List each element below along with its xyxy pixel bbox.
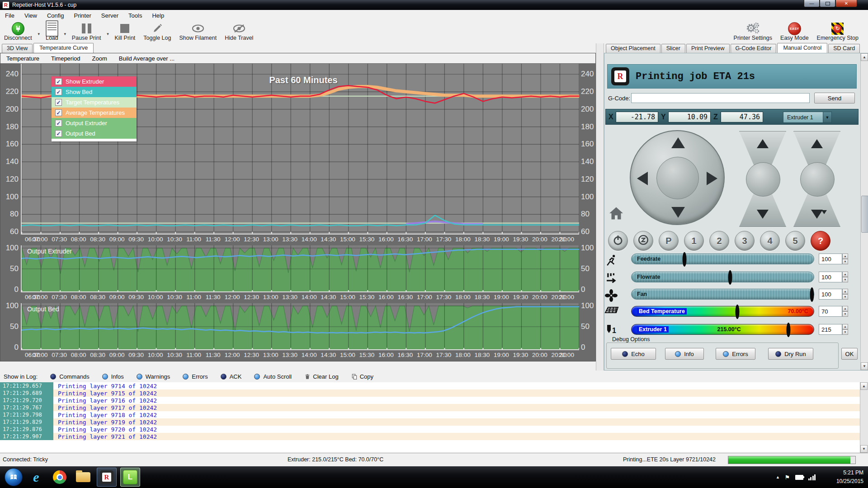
axis-y-value[interactable]: 10.09 [668,112,711,122]
jog-y-minus-icon[interactable] [671,207,685,218]
temp-slider-extruder-1-knob[interactable] [786,323,790,337]
extruder-jog-control[interactable] [791,131,843,227]
toolbar-emergency-stop[interactable]: ↻Emergency Stop [813,21,863,43]
tab-slicer[interactable]: Slicer [661,44,685,53]
toolbar-easy-mode[interactable]: EASYEasy Mode [776,21,813,43]
temp-slider-bed-temperature-knob[interactable] [735,305,739,319]
log-row[interactable]: 17:21:29.720Printing layer 9716 of 10242 [0,397,860,404]
jog-x-plus-icon[interactable] [707,172,717,185]
power-button[interactable] [608,231,628,251]
legend-show-extruder-checkbox[interactable]: ✓ [55,78,62,85]
toolbar-load-caret[interactable]: ▾ [62,21,68,43]
taskbar-explorer-icon[interactable] [73,468,93,487]
close-button[interactable]: ✕ [835,0,857,7]
temp-slider-extruder-1-stepper[interactable]: ▲▼ [842,324,848,335]
send-button[interactable]: Send [814,93,855,103]
menu-view[interactable]: View [19,11,42,20]
chart-menu-temperature[interactable]: Temperature [0,54,45,63]
toolbar-kill-print[interactable]: Kill Print [110,21,139,43]
gcode-input[interactable] [631,93,810,103]
panel-splitter[interactable] [596,43,604,371]
copy-button[interactable]: Copy [351,373,373,380]
scrollbar-thumb[interactable] [861,196,868,233]
log-row[interactable]: 17:21:29.767Printing layer 9717 of 10242 [0,404,860,411]
toolbar-toggle-log[interactable]: Toggle Log [139,21,175,43]
debug-dry-run-button[interactable]: Dry Run [768,348,813,360]
jog-x-minus-icon[interactable] [637,172,648,185]
log-row[interactable]: 17:21:29.798Printing layer 9718 of 10242 [0,411,860,418]
log-rows[interactable]: 17:21:29.657Printing layer 9714 of 10242… [0,382,860,453]
toolbar-pause-print[interactable]: Pause Print [68,21,105,43]
log-toggle-errors[interactable]: Errors [183,373,208,380]
legend-show-extruder[interactable]: ✓Show Extruder [52,76,137,87]
legend-show-bed[interactable]: ✓Show Bed [52,87,137,97]
slider-fan-stepper[interactable]: ▲▼ [842,289,848,300]
tab-print-preview[interactable]: Print Preview [686,44,730,53]
chevron-down-icon[interactable]: ▼ [823,112,831,122]
temp-slider-extruder-1-value[interactable]: 215 [819,324,842,335]
log-scrollbar[interactable]: ▲ ▼ [860,382,868,453]
extruder-jog-knob[interactable] [800,162,835,197]
taskbar-clock[interactable]: 5:21 PM 10/25/2015 [818,469,863,485]
menu-file[interactable]: File [0,11,19,20]
stepper-down-icon[interactable]: ▼ [842,329,848,335]
stepper-up-icon[interactable]: ▲ [842,306,848,311]
chart-menu-zoom[interactable]: Zoom [86,54,113,63]
tab-sd-card[interactable]: SD Card [828,44,860,53]
tab-g-code-editor[interactable]: G-Code Editor [731,44,777,53]
jog-y-plus-icon[interactable] [671,137,685,148]
log-row[interactable]: 17:21:29.657Printing layer 9714 of 10242 [0,382,860,389]
help-button[interactable]: ? [811,231,830,251]
extruder-select[interactable]: Extruder 1 ▼ [783,112,832,123]
chart-menu-build-average-over[interactable]: Build Average over ... [113,54,180,63]
legend-target-temperatures[interactable]: ✓Target Temperatures [52,97,137,108]
z-plus-icon[interactable] [757,139,769,148]
slider-fan-value[interactable]: 100 [819,289,842,300]
preset-1-button[interactable]: 1 [684,231,704,251]
extrude-fast-icon[interactable] [821,210,827,214]
toolbar-hide-travel[interactable]: Hide Travel [221,21,257,43]
slider-fan[interactable]: Fan [631,289,814,300]
clear-log-button[interactable]: Clear Log [304,373,338,380]
log-toggle-commands[interactable]: Commands [50,373,89,380]
z-jog-knob[interactable] [746,162,780,197]
toolbar-printer-settings[interactable]: Printer Settings [730,21,776,43]
menu-help[interactable]: Help [147,11,169,20]
taskbar-green-app-icon[interactable]: L [120,468,140,487]
preset-2-button[interactable]: 2 [709,231,729,251]
tab-manual-control[interactable]: Manual Control [777,43,827,53]
home-icon[interactable] [608,205,624,221]
taskbar-chrome-icon[interactable] [50,468,70,487]
slider-feedrate[interactable]: Feedrate [631,253,814,264]
log-toggle-warnings[interactable]: Warnings [137,373,170,380]
network-signal-icon[interactable] [808,474,816,480]
tab-3d-view[interactable]: 3D View [2,44,33,53]
slider-flowrate[interactable]: Flowrate [631,272,814,282]
log-toggle-infos[interactable]: Infos [102,373,124,380]
xy-jog-pad[interactable] [630,130,725,225]
legend-average-temperatures-checkbox[interactable]: ✓ [55,109,62,116]
legend-target-temperatures-checkbox[interactable]: ✓ [55,99,62,106]
toolbar-disconnect[interactable]: Disconnect [0,21,36,43]
temp-slider-extruder-1[interactable]: Extruder 1215.00°C [631,324,814,335]
debug-errors-button[interactable]: Errors [716,348,755,360]
axis-x-value[interactable]: -21.78 [616,112,658,122]
slider-feedrate-knob[interactable] [682,252,686,267]
menu-printer[interactable]: Printer [69,11,96,20]
log-toggle-auto-scroll[interactable]: Auto Scroll [254,373,292,380]
menu-config[interactable]: Config [42,11,69,20]
temp-slider-bed-temperature-value[interactable]: 70 [819,306,842,317]
jog-center-knob[interactable] [656,157,699,199]
ok-button[interactable]: OK [841,348,858,360]
z-jog-control[interactable] [736,131,789,227]
log-row[interactable]: 17:21:29.907Printing layer 9721 of 10242 [0,433,860,440]
toolbar-pause-print-caret[interactable]: ▾ [105,21,110,43]
temp-slider-bed-temperature[interactable]: Bed Temperature70.00°C [631,306,814,317]
log-scroll-up-icon[interactable]: ▲ [860,382,868,390]
toolbar-disconnect-caret[interactable]: ▾ [36,21,42,43]
log-row[interactable]: 17:21:29.829Printing layer 9719 of 10242 [0,418,860,426]
legend-average-temperatures[interactable]: ✓Average Temperatures [52,108,137,118]
preset-5-button[interactable]: 5 [785,231,805,251]
stepper-up-icon[interactable]: ▲ [842,253,848,259]
retract-icon[interactable] [811,139,823,148]
